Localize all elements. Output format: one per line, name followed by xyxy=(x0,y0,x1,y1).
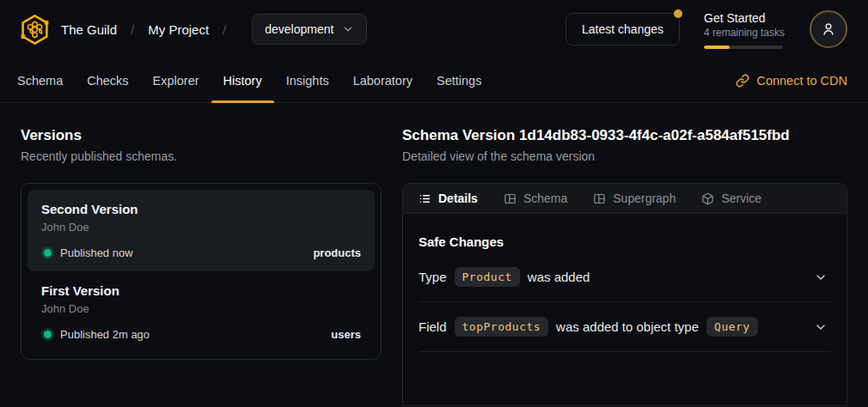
versions-list: Second Version John Doe Published now pr… xyxy=(21,183,382,360)
user-avatar-button[interactable] xyxy=(810,10,847,48)
list-icon xyxy=(419,192,431,205)
get-started-progress-fill xyxy=(704,46,730,49)
tab-explorer[interactable]: Explorer xyxy=(141,58,211,102)
detail-tabs: Details Schema Sup xyxy=(403,184,847,214)
breadcrumb-separator: / xyxy=(131,22,134,37)
columns-icon xyxy=(504,192,517,205)
get-started-widget[interactable]: Get Started 4 remaining tasks xyxy=(704,10,785,49)
change-row[interactable]: Type Product was added xyxy=(419,252,831,302)
detail-tab-service[interactable]: Service xyxy=(701,191,761,205)
published-status-dot xyxy=(44,249,52,257)
schema-version-title: Schema Version 1d14db83-0933-4f4c-a02f-a… xyxy=(402,127,847,144)
versions-title: Versions xyxy=(21,127,382,144)
change-text: Field xyxy=(419,319,447,334)
version-published: Published now xyxy=(60,246,133,259)
breadcrumb-org[interactable]: The Guild xyxy=(61,22,117,37)
tab-laboratory[interactable]: Laboratory xyxy=(341,58,425,102)
breadcrumb-project[interactable]: My Project xyxy=(148,22,209,37)
detail-tab-supergraph[interactable]: Supergraph xyxy=(593,191,675,205)
main-nav-tabs: Schema Checks Explorer History Insights … xyxy=(5,58,493,102)
change-code-badge: topProducts xyxy=(455,317,549,337)
target-selector-dropdown[interactable]: development xyxy=(252,14,367,45)
tab-insights[interactable]: Insights xyxy=(274,58,341,102)
main-content: Versions Recently published schemas. Sec… xyxy=(0,103,868,406)
detail-tab-label: Service xyxy=(721,191,761,205)
version-published: Published 2m ago xyxy=(60,328,150,341)
get-started-subtitle: 4 remaining tasks xyxy=(704,26,785,39)
safe-changes-title: Safe Changes xyxy=(419,234,831,249)
breadcrumb-separator: / xyxy=(223,22,226,37)
change-row[interactable]: Field topProducts was added to object ty… xyxy=(419,302,831,352)
notification-dot xyxy=(674,9,682,18)
detail-tab-details[interactable]: Details xyxy=(419,191,478,205)
get-started-title: Get Started xyxy=(704,10,785,26)
change-code-badge: Query xyxy=(706,317,758,337)
user-icon xyxy=(820,21,837,38)
version-meta: Published now products xyxy=(41,246,361,259)
latest-changes-label: Latest changes xyxy=(582,22,663,36)
version-service-name: products xyxy=(313,246,361,259)
main-nav: Schema Checks Explorer History Insights … xyxy=(0,58,868,103)
tab-history[interactable]: History xyxy=(211,58,274,102)
change-code-badge: Product xyxy=(455,267,520,287)
versions-panel: Versions Recently published schemas. Sec… xyxy=(21,103,382,406)
top-bar-right: Latest changes Get Started 4 remaining t… xyxy=(565,10,847,49)
link-icon xyxy=(736,74,749,88)
connect-to-cdn-link[interactable]: Connect to CDN xyxy=(736,58,847,102)
version-meta: Published 2m ago users xyxy=(41,328,361,341)
chevron-down-icon[interactable] xyxy=(814,320,828,334)
tab-checks[interactable]: Checks xyxy=(75,58,140,102)
version-list-item[interactable]: Second Version John Doe Published now pr… xyxy=(28,190,375,271)
detail-body: Safe Changes Type Product was added Fiel… xyxy=(403,214,847,352)
breadcrumb: The Guild / My Project / development xyxy=(19,14,367,46)
version-author: John Doe xyxy=(41,301,361,317)
version-list-item[interactable]: First Version John Doe Published 2m ago … xyxy=(28,271,375,353)
published-status-dot xyxy=(44,331,52,338)
schema-version-detail-card: Details Schema Sup xyxy=(402,183,847,406)
change-text: was added xyxy=(528,270,590,284)
connect-to-cdn-label: Connect to CDN xyxy=(756,74,847,88)
schema-version-subtitle: Detailed view of the schema version xyxy=(402,149,847,163)
target-selector-value: development xyxy=(265,22,333,36)
cube-icon xyxy=(701,192,714,205)
guild-honeycomb-icon[interactable] xyxy=(19,14,51,46)
detail-tab-schema[interactable]: Schema xyxy=(504,191,567,205)
detail-tab-label: Schema xyxy=(523,191,567,205)
columns-icon xyxy=(593,192,606,205)
version-name: First Version xyxy=(41,282,361,300)
version-service-name: users xyxy=(331,328,361,341)
tab-settings[interactable]: Settings xyxy=(425,58,493,102)
detail-tab-label: Details xyxy=(438,191,478,205)
detail-tab-label: Supergraph xyxy=(613,191,675,205)
schema-version-panel: Schema Version 1d14db83-0933-4f4c-a02f-a… xyxy=(402,103,847,406)
tab-schema[interactable]: Schema xyxy=(5,58,75,102)
chevron-down-icon[interactable] xyxy=(814,270,828,284)
latest-changes-button[interactable]: Latest changes xyxy=(565,13,680,46)
get-started-progress-track xyxy=(704,46,783,49)
chevron-down-icon xyxy=(342,23,354,35)
change-text: Type xyxy=(419,270,447,284)
change-text: was added to object type xyxy=(556,319,699,334)
version-author: John Doe xyxy=(41,220,361,235)
versions-subtitle: Recently published schemas. xyxy=(21,149,382,163)
top-bar: The Guild / My Project / development Lat… xyxy=(0,0,868,58)
version-name: Second Version xyxy=(41,201,361,218)
